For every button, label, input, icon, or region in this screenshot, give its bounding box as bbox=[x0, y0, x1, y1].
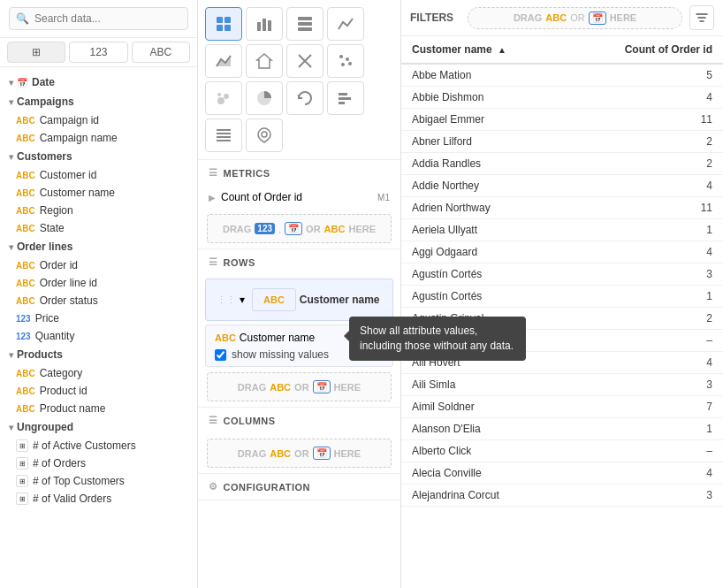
rows-header[interactable]: ☰ ROWS bbox=[198, 249, 400, 275]
sort-asc-icon: ▲ bbox=[498, 45, 506, 55]
metrics-section: ☰ METRICS ▶ Count of Order id M1 DRAG 12… bbox=[198, 160, 400, 249]
chart-btn-x[interactable] bbox=[286, 44, 323, 78]
sidebar-item-order-id[interactable]: ABC Order id bbox=[0, 256, 197, 274]
type-tab-grid[interactable]: ⊞ bbox=[7, 42, 65, 63]
cell-count: 3 bbox=[567, 374, 723, 396]
field-type-abc: ABC bbox=[16, 404, 35, 414]
show-missing-checkbox[interactable] bbox=[215, 349, 226, 361]
cell-count: 3 bbox=[567, 263, 723, 286]
chart-btn-list[interactable] bbox=[205, 118, 242, 152]
columns-drag-zone[interactable]: DRAG ABC OR 📅 HERE bbox=[207, 439, 392, 468]
field-label: Order status bbox=[40, 294, 98, 307]
tooltip-text: Show all attribute values, including tho… bbox=[360, 325, 514, 352]
field-type-calc: ⊞ bbox=[16, 457, 28, 470]
cell-customer-name: Addia Randles bbox=[401, 153, 567, 175]
table-row: Aimil Soldner7 bbox=[401, 396, 723, 418]
metric-name: Count of Order id bbox=[221, 191, 302, 203]
chart-btn-pivot[interactable] bbox=[286, 7, 323, 41]
chart-btn-house[interactable] bbox=[246, 44, 283, 78]
configuration-header[interactable]: ⚙ CONFIGURATION bbox=[198, 474, 400, 500]
chart-btn-table[interactable] bbox=[205, 7, 242, 41]
sidebar-section-order-lines[interactable]: ▾ Order lines bbox=[0, 237, 197, 256]
type-tab-num[interactable]: 123 bbox=[69, 42, 127, 63]
sidebar-item-top-customers[interactable]: ⊞ # of Top Customers bbox=[0, 472, 197, 490]
table-row: Agustín Cortés3 bbox=[401, 263, 723, 286]
metric-count-order-id[interactable]: ▶ Count of Order id M1 bbox=[198, 186, 400, 209]
search-input[interactable] bbox=[9, 7, 188, 30]
sidebar-item-valid-orders[interactable]: ⊞ # of Valid Orders bbox=[0, 490, 197, 508]
metrics-drag-zone[interactable]: DRAG 123 , 📅 OR ABC HERE bbox=[207, 214, 392, 243]
field-type-num: 123 bbox=[16, 314, 31, 324]
svg-rect-4 bbox=[257, 22, 261, 31]
svg-rect-3 bbox=[225, 25, 231, 31]
cell-customer-name: Abbe Mation bbox=[401, 64, 567, 87]
chart-btn-bar[interactable] bbox=[246, 7, 283, 41]
svg-rect-22 bbox=[339, 93, 347, 95]
field-label: Price bbox=[35, 312, 59, 325]
configuration-section: ⚙ CONFIGURATION bbox=[198, 474, 400, 500]
chart-btn-bubble[interactable] bbox=[205, 81, 242, 115]
col-count-order-id[interactable]: Count of Order id bbox=[567, 36, 723, 64]
chart-type-row bbox=[198, 0, 400, 160]
sidebar-item-order-line-id[interactable]: ABC Order line id bbox=[0, 274, 197, 292]
field-type-abc: ABC bbox=[16, 134, 35, 143]
sidebar-item-state[interactable]: ABC State bbox=[0, 219, 197, 237]
svg-rect-24 bbox=[339, 102, 345, 104]
cell-count: 4 bbox=[567, 241, 723, 263]
field-label: # of Valid Orders bbox=[33, 493, 111, 505]
chart-btn-pie[interactable] bbox=[246, 81, 283, 115]
table-row: Aeriela Ullyatt1 bbox=[401, 219, 723, 241]
table-row: Abbie Dishmon4 bbox=[401, 87, 723, 109]
sidebar-item-campaign-id[interactable]: ABC Campaign id bbox=[0, 111, 197, 129]
sidebar-item-quantity[interactable]: 123 Quantity bbox=[0, 327, 197, 345]
col-customer-name[interactable]: Customer name ▲ bbox=[401, 36, 567, 64]
table-row: Agustín Cortés1 bbox=[401, 286, 723, 308]
sidebar-item-product-id[interactable]: ABC Product id bbox=[0, 382, 197, 400]
chart-btn-hbar[interactable] bbox=[327, 81, 364, 115]
sidebar-item-customer-name[interactable]: ABC Customer name bbox=[0, 184, 197, 202]
filter-abc-type: ABC bbox=[545, 12, 567, 23]
svg-point-16 bbox=[341, 63, 345, 66]
sidebar-item-customer-id[interactable]: ABC Customer id bbox=[0, 166, 197, 184]
sidebar-item-orders[interactable]: ⊞ # of Orders bbox=[0, 454, 197, 472]
sidebar-section-customers[interactable]: ▾ Customers bbox=[0, 147, 197, 166]
sidebar-section-date[interactable]: ▾ 📅 Date bbox=[0, 73, 197, 92]
table-row: Addie Northey4 bbox=[401, 175, 723, 197]
cell-count: 4 bbox=[567, 352, 723, 374]
sidebar-item-active-customers[interactable]: ⊞ # of Active Customers bbox=[0, 437, 197, 454]
chart-btn-line[interactable] bbox=[327, 7, 364, 41]
row-customer-name-item[interactable]: ⋮⋮ ▾ ABC Customer name bbox=[205, 279, 393, 321]
svg-rect-23 bbox=[339, 97, 351, 100]
sidebar-item-price[interactable]: 123 Price bbox=[0, 309, 197, 327]
chart-btn-scatter[interactable] bbox=[327, 44, 364, 78]
chart-btn-map[interactable] bbox=[246, 118, 283, 152]
chart-btn-refresh[interactable] bbox=[286, 81, 323, 115]
field-label: Product name bbox=[40, 402, 106, 415]
sidebar: 🔍 ⊞ 123 ABC ▾ 📅 Date ▾ Campaigns ABC Cam… bbox=[0, 0, 198, 588]
sidebar-section-ungrouped[interactable]: ▾ Ungrouped bbox=[0, 417, 197, 437]
cell-customer-name: Alecia Conville bbox=[401, 462, 567, 485]
chart-btn-area[interactable] bbox=[205, 44, 242, 78]
cell-count: 4 bbox=[567, 175, 723, 197]
sidebar-section-products[interactable]: ▾ Products bbox=[0, 345, 197, 364]
svg-rect-25 bbox=[217, 129, 231, 131]
sidebar-item-region[interactable]: ABC Region bbox=[0, 202, 197, 219]
sidebar-item-category[interactable]: ABC Category bbox=[0, 364, 197, 382]
sidebar-item-order-status[interactable]: ABC Order status bbox=[0, 292, 197, 309]
filter-button[interactable] bbox=[689, 5, 714, 30]
cell-customer-name: Agustín Cortés bbox=[401, 286, 567, 308]
cell-count: 4 bbox=[567, 87, 723, 109]
rows-drag-zone[interactable]: DRAG ABC OR 📅 HERE bbox=[207, 372, 392, 401]
metrics-header[interactable]: ☰ METRICS bbox=[198, 160, 400, 186]
table-row: Alberto Click– bbox=[401, 440, 723, 462]
chevron-icon: ▾ bbox=[9, 242, 13, 252]
cell-count: 1 bbox=[567, 286, 723, 308]
sidebar-item-campaign-name[interactable]: ABC Campaign name bbox=[0, 129, 197, 147]
field-type-icon: 📅 bbox=[17, 78, 27, 88]
sidebar-item-product-name[interactable]: ABC Product name bbox=[0, 400, 197, 417]
columns-header[interactable]: ☰ COLUMNS bbox=[198, 408, 400, 433]
sidebar-section-campaigns[interactable]: ▾ Campaigns bbox=[0, 92, 197, 111]
type-tab-text[interactable]: ABC bbox=[132, 42, 190, 63]
filter-drag-zone[interactable]: DRAG ABC OR 📅 HERE bbox=[468, 7, 682, 29]
sidebar-type-tabs: ⊞ 123 ABC bbox=[0, 38, 197, 67]
